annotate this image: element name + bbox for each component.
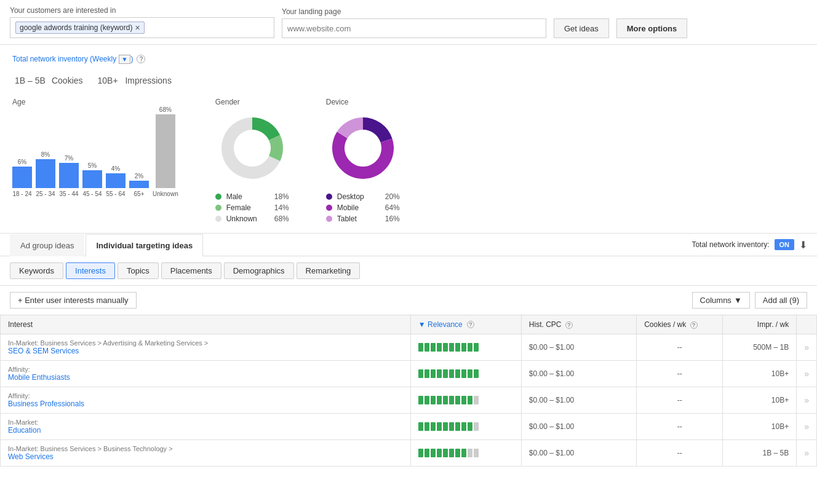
rel-bar <box>424 449 429 457</box>
age-pct: 7% <box>65 155 73 162</box>
chevron-right-icon[interactable]: » <box>804 422 809 431</box>
tab-individual-targeting[interactable]: Individual targeting ideas <box>86 234 203 256</box>
th-chevron <box>797 315 817 334</box>
legend-pct: 68% <box>262 215 289 223</box>
cpc-help-icon[interactable]: ? <box>565 321 573 329</box>
td-chevron[interactable]: » <box>797 334 817 361</box>
legend-label: Mobile <box>337 203 359 212</box>
rel-bar <box>424 396 429 404</box>
rel-bar <box>455 422 460 431</box>
impr-value: 10B+ <box>771 422 789 431</box>
interest-type: Affinity: <box>8 366 403 373</box>
impr-value: 10B+ <box>771 369 789 378</box>
rel-bar <box>431 449 436 457</box>
download-icon[interactable]: ⬇ <box>799 239 807 251</box>
sub-tab-topics[interactable]: Topics <box>118 262 159 279</box>
age-pct: 5% <box>88 162 97 169</box>
th-relevance[interactable]: ▼ Relevance ? <box>410 315 521 334</box>
td-impr: 1B – 5B <box>723 440 797 467</box>
rel-bar <box>449 396 454 404</box>
rel-bar <box>474 422 479 431</box>
interests-table: Interest ▼ Relevance ? Hist. CPC ? Cooki… <box>0 315 817 467</box>
rel-bar <box>455 396 460 404</box>
keyword-tag[interactable]: google adwords training (keyword) × <box>15 22 145 34</box>
columns-button[interactable]: Columns ▼ <box>692 292 750 309</box>
age-pct: 2% <box>135 173 143 179</box>
age-bar <box>36 159 55 188</box>
interest-link[interactable]: Web Services <box>8 452 54 461</box>
legend-pct: 16% <box>373 215 400 223</box>
legend-item: Desktop 20% <box>326 192 400 201</box>
th-hist-cpc: Hist. CPC ? <box>521 315 636 334</box>
table-row: Affinity:Mobile Enthusiasts$0.00 – $1.00… <box>1 361 817 387</box>
td-cpc: $0.00 – $1.00 <box>521 361 636 387</box>
interest-type: In-Market: <box>8 419 403 426</box>
device-donut <box>326 111 400 185</box>
get-ideas-button[interactable]: Get ideas <box>554 18 609 38</box>
tab-ad-group-ideas[interactable]: Ad group ideas <box>10 234 84 256</box>
td-chevron[interactable]: » <box>797 361 817 387</box>
enter-interests-button[interactable]: + Enter user interests manually <box>10 292 137 309</box>
sub-tab-interests[interactable]: Interests <box>66 262 115 279</box>
interest-link[interactable]: Business Professionals <box>8 400 84 408</box>
td-interest: Affinity:Mobile Enthusiasts <box>1 361 411 387</box>
legend-item: Female 14% <box>215 203 289 212</box>
table-row: In-Market: Business Services > Advertisi… <box>1 334 817 361</box>
td-chevron[interactable]: » <box>797 387 817 414</box>
rel-bar <box>431 369 436 378</box>
more-options-button[interactable]: More options <box>616 18 688 38</box>
sub-tab-demographics[interactable]: Demographics <box>224 262 294 279</box>
keyword-tag-text: google adwords training (keyword) <box>20 23 132 32</box>
chevron-right-icon[interactable]: » <box>804 342 809 352</box>
sub-tab-placements[interactable]: Placements <box>161 262 221 279</box>
td-impr: 10B+ <box>723 361 797 387</box>
age-label: Unknown <box>153 191 178 197</box>
keyword-remove-icon[interactable]: × <box>135 23 140 32</box>
interest-link[interactable]: SEO & SEM Services <box>8 347 79 355</box>
impr-value: 500M – 1B <box>753 343 789 352</box>
add-all-button[interactable]: Add all (9) <box>755 292 807 309</box>
sub-tab-keywords[interactable]: Keywords <box>10 262 63 279</box>
rel-bar <box>437 396 442 404</box>
interest-link[interactable]: Mobile Enthusiasts <box>8 373 70 382</box>
customers-input-group: Your customers are interested in google … <box>10 6 274 38</box>
legend-label: Unknown <box>226 215 257 223</box>
inventory-help-icon[interactable]: ? <box>137 55 145 63</box>
relevance-help-icon[interactable]: ? <box>467 321 474 328</box>
rel-bar <box>455 369 460 378</box>
td-interest: In-Market:Education <box>1 414 411 440</box>
td-impr: 500M – 1B <box>723 334 797 361</box>
age-chart-block: Age 6% 18 - 24 8% 25 - 34 7% 35 - 44 5% … <box>12 98 178 197</box>
cookies-help-icon[interactable]: ? <box>690 321 698 329</box>
table-body: In-Market: Business Services > Advertisi… <box>1 334 817 467</box>
sub-tab-remarketing[interactable]: Remarketing <box>297 262 361 279</box>
cpc-value: $0.00 – $1.00 <box>529 422 574 431</box>
td-cpc: $0.00 – $1.00 <box>521 440 636 467</box>
keywords-field[interactable]: google adwords training (keyword) × <box>10 17 274 38</box>
age-bar <box>106 173 126 188</box>
rel-bar <box>461 422 466 431</box>
landing-page-input[interactable] <box>282 18 546 38</box>
device-chart-title: Device <box>326 98 400 106</box>
rel-bar <box>468 396 472 404</box>
chevron-right-icon[interactable]: » <box>804 448 809 458</box>
relevance-bars <box>418 369 514 378</box>
chevron-right-icon[interactable]: » <box>804 395 809 405</box>
rel-bar <box>468 343 472 352</box>
toggle-on[interactable]: ON <box>775 239 795 250</box>
rel-bar <box>418 343 423 352</box>
legend-dot <box>215 205 221 211</box>
cookies-value: -- <box>677 449 682 457</box>
age-label: 35 - 44 <box>59 191 78 197</box>
age-pct: 4% <box>111 165 120 172</box>
legend-label: Male <box>226 192 242 201</box>
td-chevron[interactable]: » <box>797 440 817 467</box>
rel-bar <box>474 343 479 352</box>
age-bar-group: 8% 25 - 34 <box>36 151 55 197</box>
chevron-right-icon[interactable]: » <box>804 369 809 379</box>
interest-link[interactable]: Education <box>8 426 41 435</box>
td-chevron[interactable]: » <box>797 414 817 440</box>
td-interest: In-Market: Business Services > Business … <box>1 440 411 467</box>
legend-label: Desktop <box>337 192 364 201</box>
period-dropdown[interactable]: ▼ <box>119 55 131 64</box>
